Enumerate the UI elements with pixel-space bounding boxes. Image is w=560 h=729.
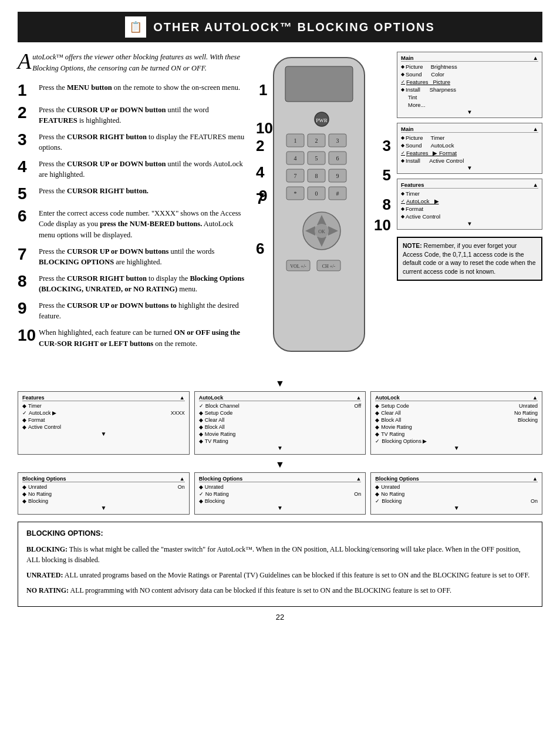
step-number-10: 10 — [18, 327, 34, 344]
callout-3: 3 — [383, 137, 391, 155]
page-number: 22 — [18, 613, 542, 622]
step-text-2: Press the CURSOR UP or DOWN button until… — [39, 105, 247, 126]
step-1: 1 Press the MENU button on the remote to… — [18, 82, 247, 99]
step-9: 9 Press the CURSOR UP or DOWN buttons to… — [18, 300, 247, 321]
norating-desc: ALL programming with NO content advisory… — [70, 586, 451, 594]
screen-item: ✓No RatingOn — [199, 491, 362, 498]
screen-autolock-blocking: AutoLock▲ ◆Setup CodeUnrated ◆Clear AllN… — [370, 391, 542, 455]
step-5: 5 Press the CURSOR RIGHT button. — [18, 186, 247, 202]
menu-item: ◆ Sound AutoLock — [401, 142, 538, 149]
screen-item: ◆Block AllBlocking — [375, 416, 538, 424]
step-6: 6 Enter the correct access code number. … — [18, 208, 247, 240]
svg-text:0: 0 — [315, 190, 318, 197]
screen-item: ◆UnratedOn — [22, 483, 185, 491]
screen-blocking-unrated: Blocking Options▲ ◆UnratedOn ◆No Rating … — [18, 472, 190, 515]
blocking-section-title: BLOCKING OPTIONS: — [26, 528, 534, 539]
callout-10-bot: 10 — [374, 216, 391, 234]
menu-item: ✓ AutoLock ▶ — [401, 197, 538, 205]
norating-text: NO RATING: ALL programming with NO conte… — [26, 585, 534, 596]
callout-6: 6 — [256, 240, 264, 258]
step-number-6: 6 — [18, 208, 34, 224]
screen-item: ◆Active Control — [22, 424, 185, 431]
note-text: Remember, if you ever forget your Access… — [403, 242, 535, 275]
menu-item: ◆ Picture Timer — [401, 134, 538, 142]
unrated-text: UNRATED: ALL unrated programs based on t… — [26, 570, 534, 580]
step-text-1: Press the MENU button on the remote to s… — [39, 82, 240, 93]
menu-item: Tint — [401, 93, 538, 101]
arrow-down-1: ▼ — [18, 378, 542, 389]
screen-item: ◆Movie Rating — [199, 431, 362, 438]
step-number-4: 4 — [18, 159, 34, 175]
header-icon: 📋 — [125, 16, 146, 38]
svg-text:VOL +/-: VOL +/- — [290, 264, 306, 269]
screen-item: ◆TV Rating — [375, 431, 538, 438]
step-number-9: 9 — [18, 300, 34, 317]
menu-item: ✓ Features ▶ Format — [401, 149, 538, 157]
step-text-8: Press the CURSOR RIGHT button to display… — [39, 273, 247, 294]
svg-text:7: 7 — [294, 173, 297, 179]
step-10: 10 When highlighted, each feature can be… — [18, 327, 247, 348]
svg-text:9: 9 — [336, 173, 339, 179]
step-7: 7 Press the CURSOR UP or DOWN buttons un… — [18, 246, 247, 267]
screen-item: ◆Block All — [199, 424, 362, 431]
screen-features-xxxx: Features▲ ◆Timer ✓AutoLock ▶XXXX ◆Format… — [18, 391, 190, 455]
screen-item: ◆Blocking — [199, 498, 362, 505]
left-column: A utoLock™ offers the viewer other block… — [18, 52, 247, 369]
screen-item: ◆Unrated — [199, 483, 362, 491]
screen-item: ◆Clear All — [199, 416, 362, 424]
menu-screen-main-initial: Main▲ ◆ Picture Brightness ◆ Sound Color… — [397, 52, 542, 118]
unrated-desc: ALL unrated programs based on the Movie … — [65, 571, 529, 579]
step-3: 3 Press the CURSOR RIGHT button to displ… — [18, 132, 247, 153]
page-title: Other AutoLock™ Blocking Options — [153, 21, 435, 34]
step-8: 8 Press the CURSOR RIGHT button to displ… — [18, 273, 247, 294]
blocking-text: BLOCKING: This is what might be called t… — [26, 544, 534, 565]
screen-blocking-blocking: Blocking Options▲ ◆Unrated ◆No Rating ✓B… — [370, 472, 542, 515]
step-text-4: Press the CURSOR UP or DOWN button until… — [39, 159, 247, 180]
screen-title: Features▲ — [22, 395, 185, 401]
step-4: 4 Press the CURSOR UP or DOWN button unt… — [18, 159, 247, 180]
callout-4: 4 — [256, 163, 264, 182]
screen-blocking-norating: Blocking Options▲ ◆Unrated ✓No RatingOn … — [194, 472, 366, 515]
menu-screens-column: Main▲ ◆ Picture Brightness ◆ Sound Color… — [397, 52, 542, 369]
callout-1: 1 — [259, 81, 267, 99]
menu-screen-title: Main▲ — [401, 55, 538, 62]
svg-text:8: 8 — [315, 173, 318, 179]
menu-screen-title-2: Main▲ — [401, 126, 538, 133]
screens-row-1: Features▲ ◆Timer ✓AutoLock ▶XXXX ◆Format… — [18, 391, 542, 455]
step-number-8: 8 — [18, 273, 34, 290]
menu-item: ✓ Features Picture — [401, 78, 538, 86]
step-number-7: 7 — [18, 246, 34, 263]
steps-list: 1 Press the MENU button on the remote to… — [18, 82, 247, 349]
callout-2: 2 — [256, 137, 264, 155]
step-number-1: 1 — [18, 82, 34, 99]
svg-text:CH +/-: CH +/- — [322, 264, 336, 269]
screen-item: ◆TV Rating — [199, 438, 362, 445]
page-header: 📋 Other AutoLock™ Blocking Options — [18, 12, 542, 42]
unrated-label: UNRATED: — [26, 571, 63, 579]
bottom-screens: ▼ Features▲ ◆Timer ✓AutoLock ▶XXXX ◆Form… — [18, 378, 542, 515]
callout-8: 8 — [383, 196, 391, 214]
menu-item: ◆ Active Control — [401, 213, 538, 220]
svg-text:3: 3 — [336, 137, 339, 144]
screen-item: ◆Setup Code — [199, 409, 362, 416]
screen-autolock-options: AutoLock▲ ✓Block ChannelOff ◆Setup Code … — [194, 391, 366, 455]
menu-item: ◆ Format — [401, 205, 538, 213]
step-number-5: 5 — [18, 186, 34, 202]
screen-item: ✓BlockingOn — [375, 498, 538, 505]
norating-label: NO RATING: — [26, 586, 69, 594]
screen-item: ◆No Rating — [22, 491, 185, 498]
screen-item: ◆Unrated — [375, 483, 538, 491]
step-text-7: Press the CURSOR UP or DOWN buttons unti… — [39, 246, 247, 267]
menu-item: ◆ Timer — [401, 190, 538, 197]
step-text-5: Press the CURSOR RIGHT button. — [39, 186, 149, 196]
remote-svg: PWR 1 2 3 4 5 6 — [256, 52, 385, 363]
screen-title: Blocking Options▲ — [22, 476, 185, 482]
svg-text:5: 5 — [315, 155, 318, 162]
menu-item: ◆ Install Active Control — [401, 157, 538, 164]
svg-text:OK: OK — [318, 229, 325, 234]
svg-text:PWR: PWR — [316, 117, 328, 123]
menu-screen-main-features: Main▲ ◆ Picture Timer ◆ Sound AutoLock ✓… — [397, 123, 542, 174]
blocking-label: BLOCKING: — [26, 545, 68, 553]
drop-cap: A — [18, 52, 31, 70]
screen-item: ◆No Rating — [375, 491, 538, 498]
